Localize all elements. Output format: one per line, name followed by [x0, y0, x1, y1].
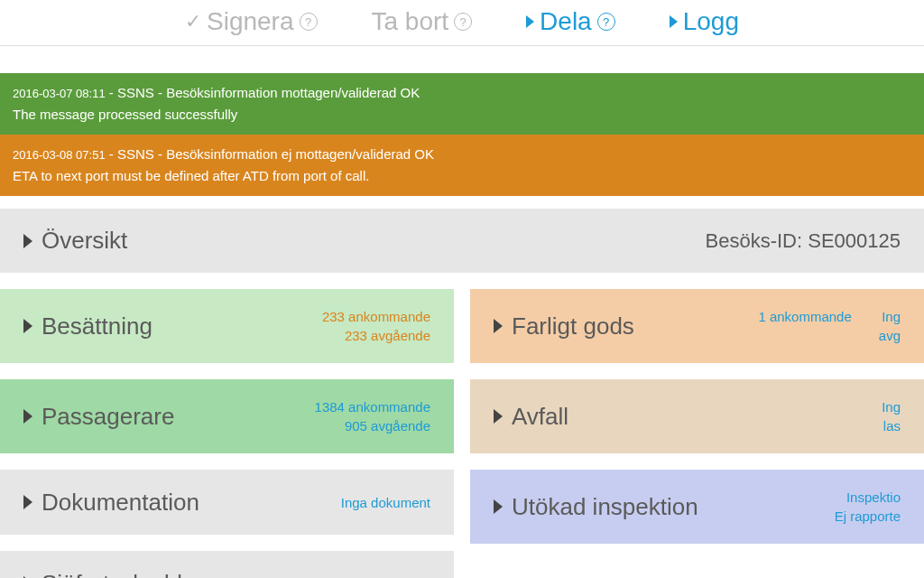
message-list: 2016-03-07 08:11 - SSNS - Besöksinformat… [0, 73, 924, 196]
card-passagerare[interactable]: Passagerare 1384 ankommande 905 avgående [0, 379, 454, 453]
card-meta: 1 ankommande Ing avg [758, 307, 901, 345]
overview-panel[interactable]: Översikt Besöks-ID: SE000125 [0, 209, 924, 273]
card-grid: Besättning 233 ankommande 233 avgående P… [0, 289, 924, 578]
top-toolbar: ✓ Signera ? Ta bort ? Dela ? Logg [0, 0, 924, 46]
overview-title: Översikt [42, 227, 127, 255]
card-title: Passagerare [42, 403, 174, 431]
card-meta: Inspektio Ej rapporte [835, 488, 901, 526]
message-ok: 2016-03-07 08:11 - SSNS - Besöksinformat… [0, 73, 924, 135]
message-title: SSNS - Besöksinformation mottagen/valide… [117, 85, 420, 100]
triangle-icon [526, 15, 534, 28]
signera-action[interactable]: ✓ Signera ? [185, 7, 318, 36]
help-icon[interactable]: ? [454, 13, 472, 31]
message-body: The message processed successfully [13, 104, 911, 126]
card-avfall[interactable]: Avfall Ing las [470, 379, 924, 453]
card-dokumentation[interactable]: Dokumentation Inga dokument [0, 470, 454, 535]
card-meta: 1384 ankommande 905 avgående [315, 397, 430, 435]
meta-line: Ej rapporte [835, 507, 901, 526]
card-meta: 233 ankommande 233 avgående [322, 307, 430, 345]
card-meta: Ing las [882, 397, 901, 435]
message-sep: - [109, 85, 117, 100]
message-warn: 2016-03-08 07:51 - SSNS - Besöksinformat… [0, 135, 924, 196]
left-column: Besättning 233 ankommande 233 avgående P… [0, 289, 454, 578]
meta-line: las [882, 416, 901, 435]
triangle-icon [670, 15, 678, 28]
help-icon[interactable]: ? [597, 13, 615, 31]
card-title: Avfall [512, 403, 568, 431]
right-column: Farligt gods 1 ankommande Ing avg Avfall… [470, 289, 924, 578]
dela-action[interactable]: Dela ? [526, 7, 615, 36]
card-besattning[interactable]: Besättning 233 ankommande 233 avgående [0, 289, 454, 363]
logg-label: Logg [683, 7, 739, 36]
caret-right-icon [23, 234, 32, 248]
message-timestamp: 2016-03-07 08:11 [13, 87, 106, 100]
caret-right-icon [23, 495, 32, 509]
signera-label: Signera [207, 7, 294, 36]
card-farligt-gods[interactable]: Farligt gods 1 ankommande Ing avg [470, 289, 924, 363]
tabort-action[interactable]: Ta bort ? [372, 7, 473, 36]
logg-action[interactable]: Logg [670, 7, 739, 36]
card-title: Sjöfartsskydd [42, 570, 182, 579]
meta-line: 1 ankommande [758, 307, 851, 326]
card-meta: Ingen rapport [350, 574, 430, 579]
check-icon: ✓ [185, 10, 201, 33]
caret-right-icon [23, 319, 32, 333]
meta-line: avg [879, 326, 901, 345]
visit-id: Besöks-ID: SE000125 [706, 229, 901, 253]
tabort-label: Ta bort [372, 7, 449, 36]
help-icon[interactable]: ? [300, 13, 318, 31]
caret-right-icon [494, 499, 503, 514]
caret-right-icon [23, 409, 32, 424]
meta-line: 905 avgående [315, 416, 430, 435]
meta-line: Inga dokument [341, 493, 430, 512]
message-sep: - [109, 146, 117, 162]
card-title: Utökad inspektion [512, 493, 698, 521]
caret-right-icon [494, 409, 503, 424]
card-meta: Inga dokument [341, 493, 430, 512]
card-title: Besättning [42, 312, 152, 340]
message-title: SSNS - Besöksinformation ej mottagen/val… [117, 146, 434, 162]
message-timestamp: 2016-03-08 07:51 [13, 148, 106, 162]
dela-label: Dela [540, 7, 592, 36]
meta-line: Ing [879, 307, 901, 326]
card-title: Farligt gods [512, 312, 634, 340]
meta-line: Inspektio [835, 488, 901, 507]
card-title: Dokumentation [42, 489, 199, 517]
card-inspektion[interactable]: Utökad inspektion Inspektio Ej rapporte [470, 470, 924, 544]
meta-line: 233 avgående [322, 326, 430, 345]
meta-line: Ing [882, 397, 901, 416]
meta-line: 233 ankommande [322, 307, 430, 326]
message-body: ETA to next port must be defined after A… [13, 165, 911, 187]
card-sjofartsskydd[interactable]: Sjöfartsskydd Ingen rapport [0, 551, 454, 578]
meta-line: 1384 ankommande [315, 397, 430, 416]
meta-line: Ingen rapport [350, 574, 430, 579]
caret-right-icon [494, 319, 503, 333]
